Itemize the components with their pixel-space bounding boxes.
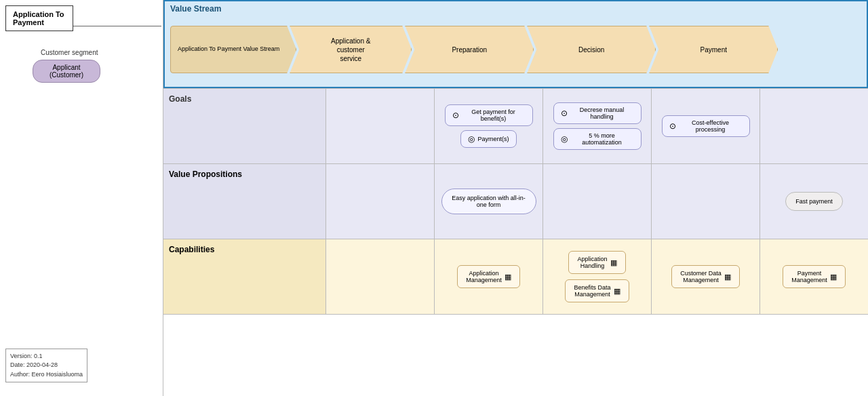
vs-stage-2-label: Preparation <box>452 45 487 54</box>
cap-item-3-1: Customer Data Management ▦ <box>671 265 740 288</box>
cap-cell-2: Application Handling ▦ Benefits Data Man… <box>543 239 652 314</box>
cap-text-3-1: Customer Data Management <box>680 270 722 283</box>
value-stream-title: Value Stream <box>170 4 221 14</box>
cap-row: Capabilities Application Management ▦ Ap… <box>163 239 868 314</box>
cap-title: Capabilities <box>169 245 214 254</box>
goals-row: Goals ⊙ Get payment for benefit(s) ◎ Pay… <box>163 88 868 163</box>
goal-text-2-2: 5 % more automatization <box>570 132 634 146</box>
main-container: Application To Payment Customer segment … <box>0 0 868 396</box>
vp-text-1-1: Easy application with all-in-one form <box>452 195 526 208</box>
vs-stage-3: Decision <box>527 26 656 73</box>
vp-cell-1: Easy application with all-in-one form <box>435 164 543 239</box>
cap-icon-2-1: ▦ <box>610 258 617 267</box>
applicant-box: Applicant (Customer) <box>33 60 100 83</box>
goals-label-cell: Goals <box>163 89 326 163</box>
vp-cell-0 <box>326 164 435 239</box>
vp-label-cell: Value Propositions <box>163 164 326 239</box>
goals-title: Goals <box>169 94 191 104</box>
version-info: Version: 0.1 Date: 2020-04-28 Author: Ee… <box>10 353 83 378</box>
goals-cell-0 <box>326 89 435 163</box>
goal-item-2-2: ◎ 5 % more automatization <box>553 128 642 150</box>
vp-text-4-1: Fast payment <box>795 198 833 205</box>
vp-title: Value Propositions <box>169 170 242 179</box>
cap-icon-2-2: ▦ <box>614 287 620 296</box>
goals-cell-2: ⊙ Decrese manual handling ◎ 5 % more aut… <box>543 89 652 163</box>
vs-stage-2: Preparation <box>405 26 534 73</box>
app-to-payment-label: Application To Payment <box>13 10 64 26</box>
vs-stage-1-label: Application & customer service <box>331 37 370 63</box>
goal-icon-3-1: ⊙ <box>669 121 676 131</box>
vp-cell-3 <box>652 164 760 239</box>
value-stream-row: Value Stream Application To Payment Valu… <box>163 0 868 88</box>
connector-line <box>73 26 161 26</box>
goal-text-1-2: Payment(s) <box>477 136 509 142</box>
cap-text-4-1: Payment Management <box>791 270 827 283</box>
vs-stage-3-label: Decision <box>578 45 604 54</box>
goal-text-2-1: Decrese manual handling <box>570 106 634 120</box>
vs-cells: Application To Payment Value Stream Appl… <box>170 16 861 83</box>
vp-row: Value Propositions Easy application with… <box>163 163 868 239</box>
version-box: Version: 0.1 Date: 2020-04-28 Author: Ee… <box>5 349 87 383</box>
app-to-payment-box: Application To Payment <box>5 5 73 31</box>
vp-item-1-1: Easy application with all-in-one form <box>441 189 536 214</box>
vp-cell-2 <box>543 164 652 239</box>
cap-icon-1-1: ▦ <box>505 273 511 281</box>
vp-item-4-1: Fast payment <box>785 192 843 211</box>
goal-text-3-1: Cost-effective processing <box>679 119 743 133</box>
goal-text-1-1: Get payment for benefit(s) <box>462 108 526 122</box>
cap-item-1-1: Application Management ▦ <box>457 265 520 288</box>
cap-item-2-2: Benefits Data Management ▦ <box>565 279 629 302</box>
goal-icon-2-1: ⊙ <box>561 108 568 118</box>
customer-segment-label: Customer segment <box>41 49 98 56</box>
goal-item-1-2: ◎ Payment(s) <box>460 130 516 148</box>
goal-icon-2-2: ◎ <box>561 134 568 144</box>
vp-cell-4: Fast payment <box>760 164 868 239</box>
vs-stage-1: Application & customer service <box>290 26 412 73</box>
cap-cell-3: Customer Data Management ▦ <box>652 239 760 314</box>
goals-cell-1: ⊙ Get payment for benefit(s) ◎ Payment(s… <box>435 89 543 163</box>
cap-label-cell: Capabilities <box>163 239 326 314</box>
vs-stage-0: Application To Payment Value Stream <box>170 26 296 73</box>
cap-icon-4-1: ▦ <box>830 273 837 281</box>
cap-item-2-1: Application Handling ▦ <box>568 251 625 274</box>
goals-cell-4 <box>760 89 868 163</box>
cap-text-1-1: Application Management <box>466 270 502 283</box>
left-sidebar: Application To Payment Customer segment … <box>0 0 163 396</box>
right-content: Value Stream Application To Payment Valu… <box>163 0 868 396</box>
cap-icon-3-1: ▦ <box>724 273 731 281</box>
goal-icon-1-2: ◎ <box>468 134 475 144</box>
goal-item-2-1: ⊙ Decrese manual handling <box>553 102 642 124</box>
vs-stage-4: Payment <box>649 26 778 73</box>
goal-item-1-1: ⊙ Get payment for benefit(s) <box>445 104 533 126</box>
goals-cell-3: ⊙ Cost-effective processing <box>652 89 760 163</box>
cap-cell-1: Application Management ▦ <box>435 239 543 314</box>
bottom-spacer <box>163 314 868 396</box>
cap-cell-4: Payment Management ▦ <box>760 239 868 314</box>
cap-text-2-2: Benefits Data Management <box>574 284 610 298</box>
goal-item-3-1: ⊙ Cost-effective processing <box>662 115 750 137</box>
applicant-label: Applicant (Customer) <box>50 64 83 79</box>
vs-stage-0-label: Application To Payment Value Stream <box>178 45 279 54</box>
cap-text-2-1: Application Handling <box>577 256 607 269</box>
cap-cell-0 <box>326 239 435 314</box>
goal-icon-1-1: ⊙ <box>452 111 459 120</box>
cap-item-4-1: Payment Management ▦ <box>783 265 846 288</box>
vs-stage-4-label: Payment <box>701 45 727 54</box>
